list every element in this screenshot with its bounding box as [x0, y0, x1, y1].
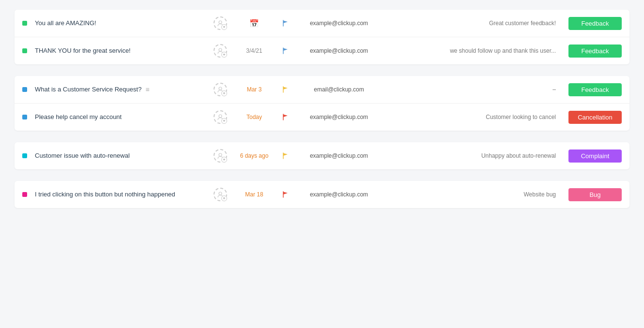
status-indicator: [22, 191, 29, 198]
comment-col: Great customer feedback!: [383, 20, 564, 27]
assignee-col: +: [208, 83, 232, 96]
tag-col: Feedback: [564, 45, 622, 58]
tag-col: Feedback: [564, 17, 622, 30]
status-dot: [22, 21, 27, 26]
table-row: Customer issue with auto-renewal + 6 day…: [15, 142, 629, 169]
flag-col[interactable]: [276, 113, 295, 121]
group-3: Customer issue with auto-renewal + 6 day…: [15, 142, 629, 169]
date-col: 6 days ago: [232, 152, 276, 159]
svg-point-4: [219, 153, 222, 156]
status-dot: [22, 48, 27, 53]
add-assignee-badge[interactable]: +: [221, 24, 227, 30]
avatar-placeholder[interactable]: +: [214, 83, 227, 96]
date-col: 📅: [232, 19, 276, 28]
avatar-placeholder[interactable]: +: [214, 188, 227, 201]
task-title[interactable]: THANK YOU for the great service!: [35, 46, 131, 55]
status-dot: [22, 87, 27, 92]
task-title[interactable]: I tried clicking on this button but noth…: [35, 190, 175, 199]
flag-col[interactable]: [276, 152, 295, 160]
avatar-placeholder[interactable]: +: [214, 110, 227, 124]
email-col: example@clickup.com: [295, 191, 383, 198]
add-assignee-badge[interactable]: +: [221, 195, 227, 201]
add-assignee-badge[interactable]: +: [221, 90, 227, 96]
row-title: Please help cancel my account: [35, 113, 208, 121]
table-row: You all are AMAZING! + 📅 example@clickup…: [15, 10, 629, 37]
status-dot: [22, 115, 27, 119]
date-col: Today: [232, 114, 276, 120]
assignee-col: +: [208, 149, 232, 163]
assignee-col: +: [208, 16, 232, 30]
email-col: example@clickup.com: [295, 114, 383, 120]
row-title: What is a Customer Service Request?≡: [35, 85, 208, 94]
task-title[interactable]: You all are AMAZING!: [35, 19, 96, 28]
avatar-placeholder[interactable]: +: [214, 149, 227, 163]
row-title: I tried clicking on this button but noth…: [35, 190, 208, 199]
date-col: 3/4/21: [232, 47, 276, 54]
flag-col[interactable]: [276, 47, 295, 55]
group-1: You all are AMAZING! + 📅 example@clickup…: [15, 10, 629, 64]
assignee-col: +: [208, 44, 232, 58]
tag-button[interactable]: Feedback: [568, 45, 622, 58]
row-title: You all are AMAZING!: [35, 19, 208, 28]
add-assignee-badge[interactable]: +: [221, 118, 227, 124]
status-dot: [22, 153, 27, 158]
email-col: example@clickup.com: [295, 152, 383, 159]
status-indicator: [22, 114, 29, 121]
avatar-placeholder[interactable]: +: [214, 44, 227, 58]
svg-point-2: [219, 87, 222, 90]
tag-col: Cancellation: [564, 111, 622, 124]
tag-col: Complaint: [564, 149, 622, 163]
tag-button[interactable]: Feedback: [568, 83, 622, 96]
comment-col: Unhappy about auto-renewal: [383, 152, 564, 159]
tag-button[interactable]: Cancellation: [568, 111, 622, 124]
task-title[interactable]: Please help cancel my account: [35, 113, 122, 121]
comment-col: –: [383, 86, 564, 93]
tag-button[interactable]: Complaint: [568, 149, 622, 163]
date-col: Mar 18: [232, 191, 276, 198]
comment-col: Website bug: [383, 191, 564, 198]
svg-point-1: [219, 48, 222, 51]
status-indicator: [22, 47, 29, 55]
flag-col[interactable]: [276, 191, 295, 198]
tag-col: Bug: [564, 188, 622, 201]
lines-icon: ≡: [145, 86, 149, 93]
date-value: 6 days ago: [240, 152, 269, 159]
email-col: example@clickup.com: [295, 20, 383, 27]
email-col: email@clickup.com: [295, 86, 383, 93]
row-title: THANK YOU for the great service!: [35, 46, 208, 55]
comment-col: we should follow up and thank this user.…: [383, 47, 564, 54]
flag-col[interactable]: [276, 86, 295, 93]
main-container: You all are AMAZING! + 📅 example@clickup…: [0, 0, 644, 229]
date-col: Mar 3: [232, 86, 276, 93]
task-title[interactable]: What is a Customer Service Request?: [35, 85, 141, 94]
status-dot: [22, 192, 27, 197]
tag-col: Feedback: [564, 83, 622, 96]
tag-button[interactable]: Feedback: [568, 17, 622, 30]
svg-point-0: [219, 21, 222, 24]
svg-point-3: [219, 115, 222, 118]
row-title: Customer issue with auto-renewal: [35, 151, 208, 160]
table-row: I tried clicking on this button but noth…: [15, 181, 629, 208]
comment-col: Customer looking to cancel: [383, 114, 564, 120]
status-indicator: [22, 86, 29, 93]
add-assignee-badge[interactable]: +: [221, 157, 227, 163]
table-row: Please help cancel my account + Today ex…: [15, 104, 629, 131]
add-assignee-badge[interactable]: +: [221, 52, 227, 58]
date-value: 3/4/21: [246, 47, 262, 54]
table-row: THANK YOU for the great service! + 3/4/2…: [15, 37, 629, 64]
status-indicator: [22, 20, 29, 27]
group-2: What is a Customer Service Request?≡ + M…: [15, 76, 629, 131]
email-col: example@clickup.com: [295, 47, 383, 54]
assignee-col: +: [208, 188, 232, 201]
date-value: Mar 3: [247, 86, 262, 93]
table-row: What is a Customer Service Request?≡ + M…: [15, 76, 629, 104]
date-value: Today: [246, 114, 262, 120]
status-indicator: [22, 152, 29, 160]
tag-button[interactable]: Bug: [568, 188, 622, 201]
task-title[interactable]: Customer issue with auto-renewal: [35, 151, 130, 160]
assignee-col: +: [208, 110, 232, 124]
svg-point-5: [219, 192, 222, 195]
avatar-placeholder[interactable]: +: [214, 16, 227, 30]
flag-col[interactable]: [276, 19, 295, 27]
group-4: I tried clicking on this button but noth…: [15, 181, 629, 208]
